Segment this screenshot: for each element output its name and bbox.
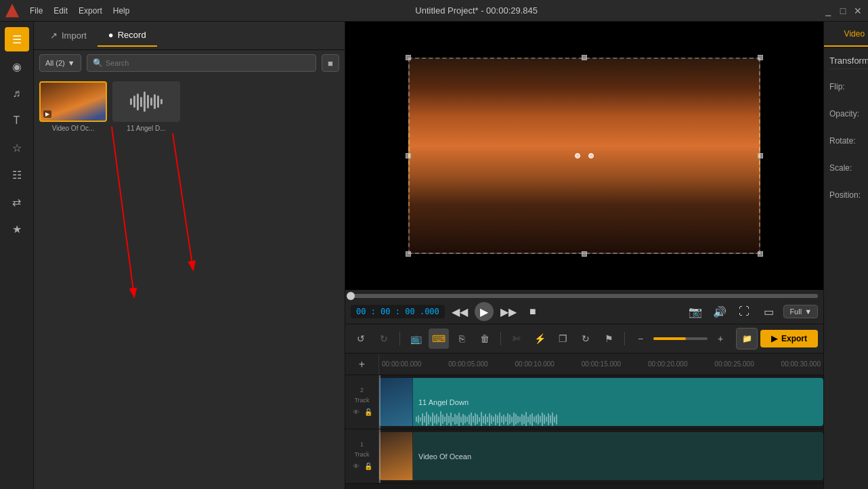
progress-bar[interactable] <box>351 294 818 298</box>
audio-label: 11 Angel D... <box>127 125 165 132</box>
table-row: 1 Track 👁 🔓 Video Of Ocean <box>345 429 823 484</box>
flip-label: Flip: <box>829 82 868 91</box>
window-maximize-button[interactable]: □ <box>838 6 848 16</box>
icon-audio[interactable]: ♬ <box>5 81 29 106</box>
menu-export[interactable]: Export <box>79 6 102 16</box>
panel-tabs: ↗ Import ● Record <box>34 22 345 50</box>
position-handle[interactable] <box>588 153 594 158</box>
icon-favorites[interactable]: ★ <box>5 217 29 241</box>
undo-button[interactable]: ↺ <box>351 328 371 349</box>
track-1-number: 1 <box>360 441 364 448</box>
export-button[interactable]: ▶ Export <box>760 330 818 347</box>
handle-br[interactable] <box>758 251 763 257</box>
copy-button[interactable]: ⎘ <box>452 328 472 349</box>
handle-ml[interactable] <box>406 153 411 158</box>
export-icon: ▶ <box>771 334 777 343</box>
prev-frame-button[interactable]: ◀◀ <box>450 302 469 321</box>
delete-button[interactable]: 🗑 <box>475 328 495 349</box>
playhead-line <box>379 375 381 429</box>
icon-media[interactable]: ☰ <box>5 27 29 51</box>
icon-text[interactable]: T <box>5 108 29 133</box>
menu-file[interactable]: File <box>30 6 43 16</box>
handle-bl[interactable] <box>406 251 411 257</box>
redo-button[interactable]: ↻ <box>374 328 394 349</box>
media-filter-dropdown[interactable]: All (2) ▼ <box>39 54 81 72</box>
import-label: Import <box>62 30 87 41</box>
play-button[interactable]: ▶ <box>475 302 494 321</box>
window-close-button[interactable]: ✕ <box>853 6 863 16</box>
waveform-bars <box>416 412 557 426</box>
pip-button[interactable]: ▭ <box>759 302 778 321</box>
crop-button[interactable]: ❐ <box>552 328 573 349</box>
position-row: Position: X Y <box>829 186 868 205</box>
icon-effects[interactable]: ◉ <box>5 54 29 79</box>
track-visibility-button[interactable]: 👁 <box>351 406 362 417</box>
grid-view-button[interactable]: ■ <box>322 54 339 72</box>
scale-label: Scale: <box>829 163 868 173</box>
handle-mr[interactable] <box>758 153 763 158</box>
controls-row: 00 : 00 : 00 .000 ◀◀ ▶ ▶▶ ■ 📷 🔊 ⛶ ▭ Full… <box>351 302 818 321</box>
ruler-mark: 00:00:25.000 <box>714 360 754 368</box>
next-frame-button[interactable]: ▶▶ <box>499 302 518 321</box>
list-item[interactable]: ▶ Video Of Oc... <box>39 81 107 484</box>
menu-items: File Edit Export Help <box>30 6 129 16</box>
table-row: 2 Track 👁 🔓 11 Angel Down <box>345 375 823 429</box>
ruler-mark: 00:00:00.000 <box>382 360 421 368</box>
split-button[interactable]: ⌨ <box>429 328 449 349</box>
rotate-left-button[interactable]: ↻ <box>576 328 596 349</box>
zoom-in-button[interactable]: + <box>710 328 731 349</box>
menu-help[interactable]: Help <box>113 6 130 16</box>
ruler-mark: 00:00:05.000 <box>448 360 487 368</box>
cut-button[interactable]: ✄ <box>506 328 527 349</box>
folder-button[interactable]: 📁 <box>736 328 758 349</box>
marker-button[interactable]: ⚑ <box>599 328 619 349</box>
handle-bc[interactable] <box>582 251 587 257</box>
window-minimize-button[interactable]: ⎯ <box>823 6 833 16</box>
window-title: Untitled Project* - 00:00:29.845 <box>415 5 538 16</box>
volume-slider-container <box>653 337 708 340</box>
handle-tl[interactable] <box>406 55 411 60</box>
icon-bar: ☰ ◉ ♬ T ☆ ☷ ⇄ ★ <box>0 22 34 489</box>
enhance-button[interactable]: ⚡ <box>529 328 550 349</box>
audio-clip[interactable]: 11 Angel Down <box>379 378 823 426</box>
ruler-marks: 00:00:00.000 00:00:05.000 00:00:10.000 0… <box>382 360 821 368</box>
track-2-icons: 👁 🔓 <box>351 406 374 417</box>
zoom-slider[interactable] <box>653 337 708 340</box>
chevron-down-icon: ▼ <box>68 59 75 67</box>
video-clip[interactable]: Video Of Ocean <box>379 432 823 480</box>
fullscreen-button[interactable]: ⛶ <box>735 302 754 321</box>
opacity-row: Opacity: 100% <box>829 104 868 123</box>
search-input[interactable] <box>106 59 310 67</box>
icon-filters[interactable]: ☷ <box>5 163 29 187</box>
tab-video[interactable]: Video <box>824 22 868 47</box>
track-1-content[interactable]: Video Of Ocean <box>379 429 823 483</box>
track-2-content[interactable]: 11 Angel Down <box>379 375 823 429</box>
screenshot-button[interactable]: 📷 <box>686 302 705 321</box>
progress-thumb[interactable] <box>347 292 355 300</box>
list-item[interactable]: 11 Angel D... <box>112 81 180 484</box>
rotate-row: Rotate: 0° <box>829 131 868 150</box>
export-label: Export <box>781 334 807 343</box>
menu-edit[interactable]: Edit <box>53 6 68 16</box>
add-media-button[interactable]: 📺 <box>406 328 426 349</box>
track-lock-button[interactable]: 🔓 <box>363 461 374 471</box>
flip-row: Flip: ⇄ ⇅ <box>829 77 868 96</box>
icon-transitions[interactable]: ⇄ <box>5 190 29 214</box>
search-box[interactable]: 🔍 <box>87 54 316 72</box>
import-tab[interactable]: ↗ Import <box>39 25 97 46</box>
video-clip-thumbnail <box>379 432 413 480</box>
track-lock-button[interactable]: 🔓 <box>363 406 374 417</box>
quality-selector[interactable]: Full ▼ <box>783 305 818 318</box>
volume-button[interactable]: 🔊 <box>710 302 729 321</box>
track-visibility-button[interactable]: 👁 <box>351 461 362 471</box>
stop-button[interactable]: ■ <box>523 302 542 321</box>
rotation-handle[interactable] <box>575 153 580 158</box>
icon-stickers[interactable]: ☆ <box>5 135 29 160</box>
record-tab[interactable]: ● Record <box>97 24 157 47</box>
zoom-out-button[interactable]: − <box>630 328 651 349</box>
add-track-button[interactable]: + <box>345 354 379 375</box>
ruler-mark: 00:00:10.000 <box>515 360 555 368</box>
handle-tr[interactable] <box>758 55 763 60</box>
handle-tc[interactable] <box>582 55 587 60</box>
plus-icon: + <box>359 358 365 370</box>
